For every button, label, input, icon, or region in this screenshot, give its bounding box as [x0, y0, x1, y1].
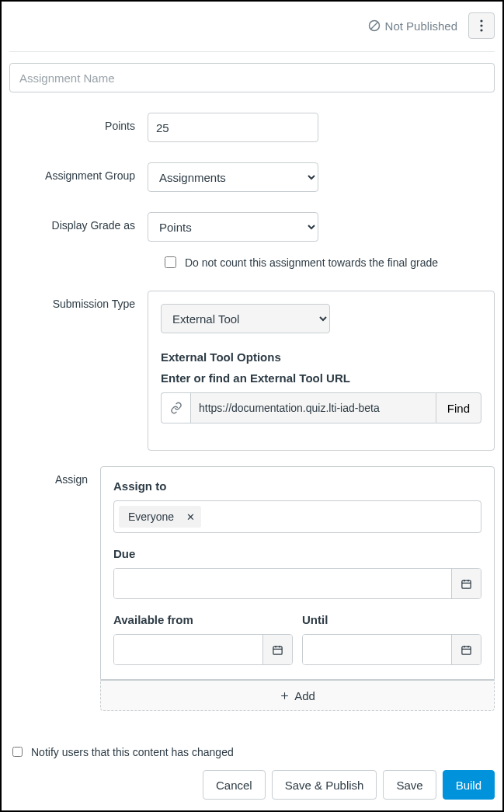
svg-point-2: [480, 19, 482, 22]
due-date-group: [113, 568, 481, 599]
calendar-icon: [461, 578, 472, 590]
build-button[interactable]: Build: [443, 770, 495, 800]
assign-to-label: Assign to: [113, 479, 481, 493]
kebab-icon: [480, 19, 483, 32]
assignment-group-select[interactable]: Assignments: [148, 162, 318, 192]
assign-to-input[interactable]: Everyone ✕: [113, 500, 481, 533]
svg-rect-5: [462, 580, 471, 588]
submission-type-select[interactable]: External Tool: [161, 304, 330, 333]
calendar-icon: [272, 644, 283, 656]
assignment-name-input[interactable]: [9, 63, 495, 92]
link-icon: [170, 402, 182, 414]
due-date-picker-button[interactable]: [451, 569, 481, 598]
svg-line-1: [370, 23, 377, 30]
available-from-input[interactable]: [114, 635, 262, 664]
notify-label: Notify users that this content has chang…: [31, 746, 234, 758]
add-assign-label: Add: [294, 689, 315, 702]
group-row: Assignment Group Assignments: [9, 162, 495, 192]
notify-row: Notify users that this content has chang…: [9, 744, 495, 759]
plus-icon: [280, 691, 290, 701]
cancel-button[interactable]: Cancel: [203, 770, 266, 800]
display-row: Display Grade as Points: [9, 212, 495, 242]
points-row: Points: [9, 113, 495, 142]
assign-row: Assign Assign to Everyone ✕ Due: [9, 466, 495, 711]
points-label: Points: [9, 113, 148, 132]
display-grade-select[interactable]: Points: [148, 212, 318, 242]
link-icon-box: [161, 392, 190, 423]
svg-rect-13: [462, 646, 471, 654]
footer: Notify users that this content has chang…: [9, 744, 495, 800]
available-from-group: [113, 634, 293, 665]
external-tool-url-input[interactable]: [190, 392, 436, 423]
no-count-checkbox[interactable]: [165, 256, 176, 268]
add-assign-button[interactable]: Add: [100, 680, 495, 711]
assign-panel: Assign to Everyone ✕ Due Avail: [100, 466, 495, 680]
until-label: Until: [302, 613, 481, 626]
save-publish-button[interactable]: Save & Publish: [272, 770, 377, 800]
until-group: [302, 634, 481, 665]
topbar: Not Published: [9, 9, 495, 47]
due-date-input[interactable]: [114, 569, 451, 598]
display-label: Display Grade as: [9, 212, 148, 232]
not-published-icon: [368, 19, 381, 32]
until-picker-button[interactable]: [451, 635, 481, 664]
submission-row: Submission Type External Tool External T…: [9, 291, 495, 451]
submission-label: Submission Type: [9, 291, 148, 310]
save-button[interactable]: Save: [383, 770, 436, 800]
no-count-label: Do not count this assignment towards the…: [185, 256, 438, 269]
due-label: Due: [113, 547, 481, 560]
remove-tag-icon[interactable]: ✕: [186, 511, 195, 523]
no-count-row: Do not count this assignment towards the…: [162, 254, 495, 270]
assign-to-tag: Everyone ✕: [119, 506, 201, 528]
points-input[interactable]: [148, 113, 318, 142]
until-input[interactable]: [303, 635, 451, 664]
available-from-label: Available from: [113, 613, 293, 626]
external-tool-url-group: Find: [161, 392, 481, 423]
svg-rect-9: [273, 646, 282, 654]
top-divider: [9, 51, 495, 52]
calendar-icon: [461, 644, 472, 656]
group-label: Assignment Group: [9, 162, 148, 182]
svg-point-4: [480, 29, 482, 31]
notify-checkbox[interactable]: [12, 747, 23, 757]
external-tool-url-label: Enter or find an External Tool URL: [161, 371, 481, 385]
assignment-edit-page: Not Published Points Assignment Group As…: [0, 0, 504, 812]
submission-panel: External Tool External Tool Options Ente…: [148, 291, 495, 451]
find-button[interactable]: Find: [436, 392, 481, 423]
svg-point-3: [480, 24, 482, 26]
external-tool-options-heading: External Tool Options: [161, 350, 481, 364]
more-options-button[interactable]: [468, 12, 495, 39]
assign-to-tag-text: Everyone: [128, 511, 174, 523]
available-from-picker-button[interactable]: [262, 635, 292, 664]
publish-status-text: Not Published: [385, 19, 457, 33]
action-buttons: Cancel Save & Publish Save Build: [9, 770, 495, 800]
publish-status: Not Published: [368, 19, 457, 33]
assign-label: Assign: [9, 466, 100, 486]
